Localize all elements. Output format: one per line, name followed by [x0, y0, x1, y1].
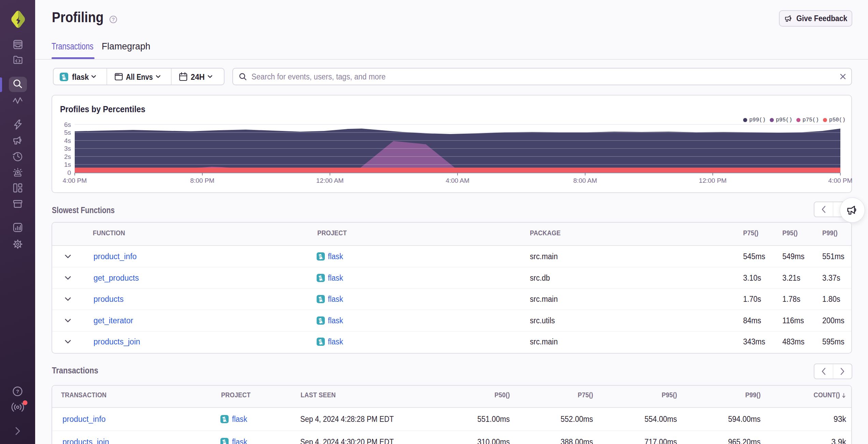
svg-text:4:00 PM: 4:00 PM: [828, 177, 853, 184]
svg-text:2s: 2s: [64, 153, 71, 160]
svg-text:?: ?: [16, 388, 19, 394]
svg-text:12:00 AM: 12:00 AM: [316, 177, 344, 184]
svg-text:5s: 5s: [64, 129, 71, 136]
svg-text:4s: 4s: [64, 137, 71, 144]
svg-text:8:00 PM: 8:00 PM: [190, 177, 215, 184]
svg-text:4:00 AM: 4:00 AM: [446, 177, 469, 184]
svg-text:4:00 PM: 4:00 PM: [63, 177, 87, 184]
svg-text:6s: 6s: [64, 121, 71, 128]
svg-text:1s: 1s: [64, 161, 71, 168]
svg-text:8:00 AM: 8:00 AM: [573, 177, 597, 184]
svg-text:0: 0: [67, 169, 71, 176]
svg-text:12:00 PM: 12:00 PM: [699, 177, 726, 184]
svg-text:3s: 3s: [64, 145, 71, 152]
